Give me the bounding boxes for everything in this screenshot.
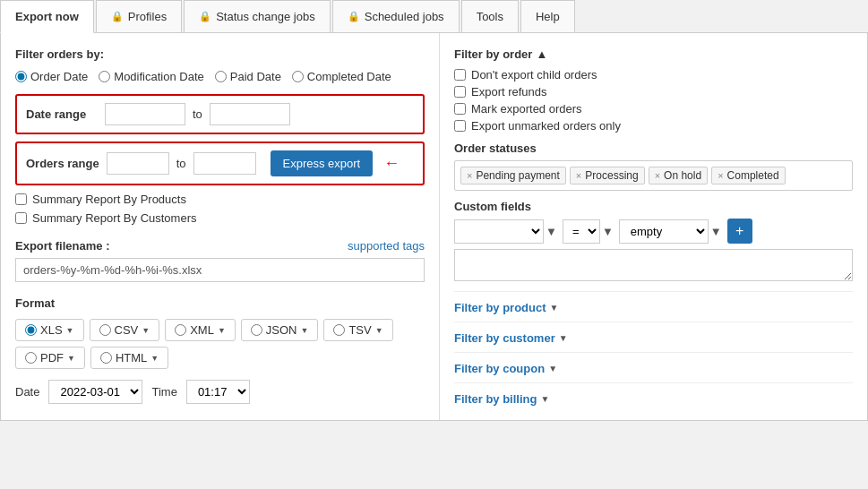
radio-modification-date[interactable]: Modification Date bbox=[99, 70, 203, 83]
checkbox-input[interactable] bbox=[15, 193, 27, 205]
date-range-from[interactable] bbox=[105, 103, 185, 125]
date-range-label: Date range bbox=[26, 107, 98, 121]
filter-customer-link[interactable]: Filter by customer ▼ bbox=[454, 322, 853, 345]
checkbox-label: Mark exported orders bbox=[471, 102, 582, 116]
checkbox-input[interactable] bbox=[454, 103, 466, 115]
format-btn-csv[interactable]: CSV ▼ bbox=[90, 319, 160, 341]
date-time-row: Date 2022-03-01 Time 01:17 bbox=[15, 380, 425, 404]
tab-label: Profiles bbox=[128, 10, 167, 23]
remove-tag-icon[interactable]: × bbox=[655, 170, 660, 181]
checkbox-summary-customers[interactable]: Summary Report By Customers bbox=[15, 211, 425, 225]
checkbox-input[interactable] bbox=[15, 212, 27, 224]
format-label-html: HTML bbox=[116, 351, 147, 365]
right-checkbox-no-child[interactable]: Don't export child orders bbox=[454, 68, 853, 82]
custom-field-operator-select[interactable]: = bbox=[563, 219, 600, 244]
filter-by-order-header[interactable]: Filter by order ▲ bbox=[454, 47, 853, 61]
tab-tools[interactable]: Tools bbox=[461, 0, 519, 32]
chevron-down-icon-cf3: ▼ bbox=[710, 225, 722, 238]
chevron-down-icon: ▼ bbox=[550, 303, 559, 313]
lock-icon: 🔒 bbox=[199, 11, 211, 22]
format-btn-tsv[interactable]: TSV ▼ bbox=[323, 319, 392, 341]
tab-label: Tools bbox=[477, 10, 503, 23]
tab-status-change-jobs[interactable]: 🔒Status change jobs bbox=[184, 0, 331, 32]
chevron-down-icon: ▼ bbox=[559, 333, 568, 343]
format-btn-pdf[interactable]: PDF ▼ bbox=[15, 347, 85, 369]
filter-billing-link[interactable]: Filter by billing ▼ bbox=[454, 382, 853, 406]
filter-product-link[interactable]: Filter by product ▼ bbox=[454, 291, 853, 314]
export-filename-label: Export filename : bbox=[15, 239, 109, 253]
format-btn-html[interactable]: HTML ▼ bbox=[90, 347, 168, 369]
custom-field-textarea[interactable] bbox=[454, 249, 853, 281]
remove-tag-icon[interactable]: × bbox=[718, 170, 723, 181]
radio-label-text: Modification Date bbox=[114, 70, 203, 83]
format-radio-xml[interactable] bbox=[175, 324, 186, 336]
order-statuses-label: Order statuses bbox=[454, 142, 853, 155]
custom-field-add-button[interactable]: + bbox=[727, 219, 752, 244]
sort-up-icon: ▲ bbox=[536, 47, 547, 61]
format-radio-tsv[interactable] bbox=[333, 324, 345, 336]
format-radio-xls[interactable] bbox=[25, 324, 37, 336]
filter-coupon-link[interactable]: Filter by coupon ▼ bbox=[454, 352, 853, 375]
radio-completed-date[interactable]: Completed Date bbox=[292, 70, 391, 83]
radio-paid-date[interactable]: Paid Date bbox=[215, 70, 281, 83]
tab-scheduled-jobs[interactable]: 🔒Scheduled jobs bbox=[332, 0, 460, 32]
tab-profiles[interactable]: 🔒Profiles bbox=[96, 0, 182, 32]
date-label: Date bbox=[15, 385, 39, 399]
remove-tag-icon[interactable]: × bbox=[467, 170, 472, 181]
format-radio-json[interactable] bbox=[251, 324, 262, 336]
app-container: Export now🔒Profiles🔒Status change jobs🔒S… bbox=[0, 0, 868, 421]
custom-fields-row: ▼ = ▼ empty ▼ + bbox=[454, 219, 853, 244]
filter-billing-label: Filter by billing bbox=[454, 392, 537, 406]
filter-options-row: Order Date Modification Date Paid Date C… bbox=[15, 70, 425, 83]
status-tag[interactable]: ×Completed bbox=[711, 167, 785, 184]
orders-range-to[interactable] bbox=[193, 152, 256, 175]
status-tag[interactable]: ×Pending payment bbox=[460, 167, 566, 184]
lock-icon: 🔒 bbox=[111, 11, 124, 22]
chevron-down-icon: ▼ bbox=[67, 354, 75, 363]
express-export-button[interactable]: Express export bbox=[271, 150, 374, 176]
format-label-pdf: PDF bbox=[40, 351, 64, 365]
orders-range-label: Orders range bbox=[26, 157, 99, 170]
date-select[interactable]: 2022-03-01 bbox=[48, 380, 142, 404]
remove-tag-icon[interactable]: × bbox=[576, 170, 581, 181]
format-label-json: JSON bbox=[266, 323, 297, 337]
custom-field-value-select[interactable]: empty bbox=[619, 219, 709, 244]
checkbox-label: Export refunds bbox=[471, 85, 547, 99]
checkbox-label: Don't export child orders bbox=[471, 68, 597, 82]
format-btn-xml[interactable]: XML ▼ bbox=[165, 319, 236, 341]
status-tags: ×Pending payment×Processing×On hold×Comp… bbox=[454, 160, 853, 191]
checkbox-label: Summary Report By Customers bbox=[32, 211, 197, 225]
date-range-to[interactable] bbox=[210, 103, 290, 125]
checkboxes-container: Summary Report By Products Summary Repor… bbox=[15, 193, 425, 225]
filter-product-label: Filter by product bbox=[454, 301, 546, 314]
checkbox-input[interactable] bbox=[454, 69, 466, 81]
format-btn-json[interactable]: JSON ▼ bbox=[241, 319, 319, 341]
checkbox-summary-products[interactable]: Summary Report By Products bbox=[15, 193, 425, 206]
custom-field-name-select[interactable] bbox=[454, 219, 544, 244]
filename-input[interactable] bbox=[15, 258, 425, 282]
tab-export-now[interactable]: Export now bbox=[0, 0, 94, 33]
right-checkbox-export-refunds[interactable]: Export refunds bbox=[454, 85, 853, 99]
time-select[interactable]: 01:17 bbox=[186, 380, 250, 404]
lock-icon: 🔒 bbox=[348, 11, 360, 22]
checkbox-input[interactable] bbox=[454, 86, 466, 98]
format-radio-pdf[interactable] bbox=[25, 352, 37, 364]
format-btn-xls[interactable]: XLS ▼ bbox=[15, 319, 84, 341]
tab-label: Status change jobs bbox=[216, 10, 315, 23]
format-radio-csv[interactable] bbox=[99, 324, 111, 336]
checkbox-label: Export unmarked orders only bbox=[471, 119, 621, 133]
tab-help[interactable]: Help bbox=[520, 0, 575, 32]
status-tag[interactable]: ×On hold bbox=[649, 167, 708, 184]
format-radio-html[interactable] bbox=[100, 352, 112, 364]
status-tag[interactable]: ×Processing bbox=[570, 167, 645, 184]
right-checkbox-mark-exported[interactable]: Mark exported orders bbox=[454, 102, 853, 116]
orders-range-from[interactable] bbox=[107, 152, 169, 175]
chevron-down-icon: ▼ bbox=[142, 326, 150, 335]
arrow-indicator: ← bbox=[383, 154, 400, 173]
right-checkbox-export-unmarked[interactable]: Export unmarked orders only bbox=[454, 119, 853, 133]
checkbox-input[interactable] bbox=[454, 120, 466, 132]
radio-label-text: Paid Date bbox=[230, 70, 281, 83]
chevron-down-icon-cf2: ▼ bbox=[602, 225, 614, 238]
radio-order-date[interactable]: Order Date bbox=[15, 70, 88, 83]
supported-tags-link[interactable]: supported tags bbox=[348, 239, 425, 253]
